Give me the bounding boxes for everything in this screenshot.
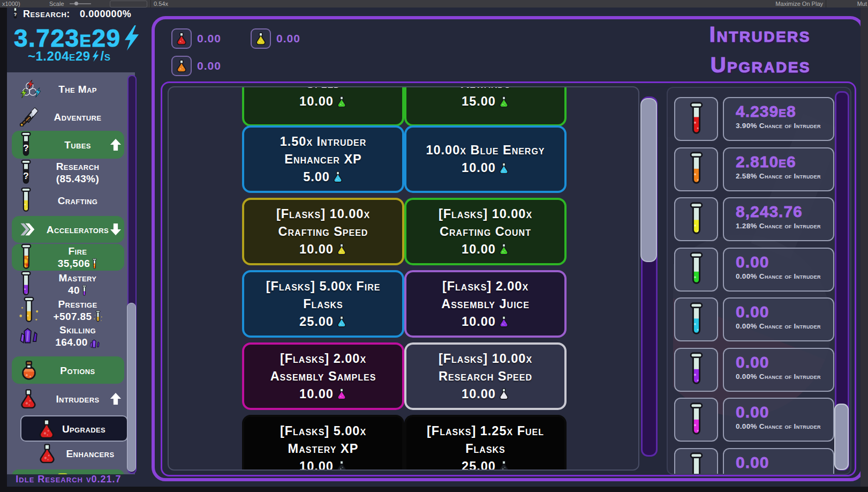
upgrade-card-11[interactable]: [Flasks] 1.25x FuelFlasks 25.00 (404, 415, 567, 471)
flask-counter-1-value: 0.00 (276, 32, 300, 45)
unity-toolbar: x1000) Scale 0.54x Maximize On Play Mut (0, 0, 868, 8)
the-map-label: The Map (33, 83, 122, 95)
intruder-tube-5-icon (688, 352, 705, 386)
sidebar-item-tubes[interactable]: ? Tubes (12, 131, 124, 159)
upgrade-card-6[interactable]: [Flasks] 5.00x FireFlasks 25.00 (242, 270, 404, 338)
scale-knob[interactable] (74, 2, 78, 5)
card-4-cost-flask-icon (336, 243, 347, 255)
intruder-tube-2-icon (688, 202, 705, 236)
intruder-tube-0[interactable] (674, 97, 718, 141)
sidebar-item-mastery[interactable]: Mastery40 (12, 271, 124, 297)
intruder-0-value: 4.239e8 (736, 102, 833, 120)
rate-bolt-icon (92, 50, 100, 62)
card-0-cost: 10.00 (299, 93, 347, 110)
fire-value-icon (92, 258, 97, 270)
flask-counter-0-icon-box[interactable] (171, 28, 192, 49)
sidebar-item-potions[interactable]: Potions (12, 356, 124, 384)
toolbar-maximize-on-play[interactable]: Maximize On Play (775, 0, 823, 8)
sidebar-item-research[interactable]: ? Research(85.43%) (12, 159, 124, 187)
research-value: 0.000000% (80, 9, 131, 20)
intruder-tube-2[interactable] (674, 197, 718, 241)
intruder-tube-5[interactable] (674, 348, 718, 392)
card-8-cost: 10.00 (299, 385, 347, 403)
toolbar-mute[interactable]: Mut (857, 0, 867, 8)
upgrade-card-2[interactable]: 1.50x IntruderEnhancer XP 5.00 (242, 125, 404, 193)
fire-value: 35,506 (33, 257, 122, 270)
upgrade-card-9[interactable]: [Flasks] 10.00xResearch Speed 10.00 (404, 342, 567, 410)
intruder-info-2[interactable]: 8,243.76 1.28% Chance of Intruder (723, 197, 834, 241)
upgrade-card-4[interactable]: [Flasks] 10.00xCrafting Speed 10.00 (242, 198, 404, 265)
scale-slider[interactable] (70, 3, 91, 4)
card-4-title-line: [Flasks] 10.00x (276, 205, 370, 223)
intruder-0-chance: 3.90% Chance of Intruder (736, 122, 833, 130)
intruder-tube-3[interactable] (674, 248, 718, 292)
card-10-cost-flask-icon (336, 460, 347, 471)
upgrade-card-3[interactable]: 10.00x Blue Energy 10.00 (404, 125, 567, 193)
flask-counter-1-icon-box[interactable] (251, 28, 271, 49)
toolbar-resolution: x1000) (2, 0, 20, 8)
fire-icon (19, 244, 33, 271)
intruder-5-chance: 0.00% Chance of Intruder (736, 372, 833, 381)
research-progress: ? Research: 0.000000% (12, 6, 131, 22)
intruder-tube-3-icon (688, 252, 705, 286)
intruder-info-7[interactable]: 0.00 0.00% Chance of Intruder (723, 448, 834, 475)
card-8-title-line: Assembly Samples (270, 368, 376, 385)
editor-edge-bottom (0, 487, 868, 492)
intruder-tube-6[interactable] (674, 398, 718, 442)
sidebar-item-the-map[interactable]: The Map (12, 75, 124, 103)
card-6-title-line: [Flasks] 5.00x Fire (266, 278, 381, 295)
sidebar-item-fire[interactable]: Fire35,506 (12, 244, 124, 271)
card-10-title-line: [Flasks] 5.00x (280, 422, 366, 440)
upgrade-card-7[interactable]: [Flasks] 2.00xAssembly Juice 10.00 (404, 270, 567, 338)
card-8-cost-flask-icon (336, 388, 347, 400)
mastery-label: Mastery (33, 272, 122, 284)
tubes-scrollbar-handle[interactable] (834, 404, 849, 470)
research-value: (85.43%) (33, 173, 122, 185)
upgrade-card-8[interactable]: [Flasks] 2.00xAssembly Samples 10.00 (242, 342, 404, 410)
intruder-tube-7-icon (688, 452, 705, 475)
sidebar-item-prestige[interactable]: Prestige+507.85 (12, 297, 124, 323)
intruder-info-4[interactable]: 0.00 0.00% Chance of Intruder (723, 297, 834, 341)
intruder-info-3[interactable]: 0.00 0.00% Chance of Intruder (723, 248, 834, 292)
sidebar-item-accelerators[interactable]: Accelerators (12, 216, 124, 243)
upgrade-card-10[interactable]: [Flasks] 5.00xMastery XP 10.00 (242, 415, 404, 471)
game-view: ? Research: 0.000000% 3.723e29 ~1.204e29… (0, 0, 868, 492)
card-9-cost: 10.00 (462, 385, 509, 403)
aspect-dropdown[interactable] (110, 1, 147, 8)
intruder-tube-0-icon (688, 102, 705, 136)
version-label: Idle Research v0.21.7 (3, 474, 134, 487)
mastery-icon (19, 271, 33, 297)
sidebar-item-adventure[interactable]: Adventure (12, 103, 124, 131)
intruder-tube-4[interactable] (674, 297, 718, 341)
intruder-7-chance: 0.00% Chance of Intruder (736, 473, 833, 475)
sidebar-item-crafting[interactable]: Crafting (12, 187, 124, 214)
sidebar-item-enhancers[interactable]: Enhancers (12, 441, 124, 466)
upgrade-card-1[interactable]: Rewards 15.00 (404, 86, 567, 126)
adventure-label: Adventure (33, 111, 122, 123)
upgrade-cards-list: Speed 10.00 Rewards 15.00 1.50x Intruder… (168, 86, 639, 471)
card-5-title-line: Crafting Count (440, 223, 531, 241)
intruder-info-6[interactable]: 0.00 0.00% Chance of Intruder (723, 398, 834, 442)
card-5-cost-flask-icon (499, 243, 509, 255)
cards-scrollbar-handle[interactable] (640, 98, 657, 262)
upgrade-card-5[interactable]: [Flasks] 10.00xCrafting Count 10.00 (404, 198, 567, 265)
energy-rate-value: ~1.204e29 (28, 49, 90, 64)
enhancers-icon (38, 443, 56, 463)
flask-counter-1: 0.00 (251, 28, 300, 49)
sidebar-item-intruders[interactable]: Intruders (12, 384, 124, 413)
intruder-tube-7[interactable] (674, 448, 718, 475)
sidebar-scrollbar-handle[interactable] (127, 303, 136, 472)
card-1-cost-flask-icon (499, 96, 509, 108)
skilling-label: Skilling (33, 324, 122, 336)
sidebar-item-skilling[interactable]: Skilling164.00 (12, 323, 124, 349)
intruder-tube-1[interactable] (674, 147, 718, 191)
upgrade-card-0[interactable]: Speed 10.00 (242, 86, 404, 126)
intruder-info-1[interactable]: 2.810e6 2.58% Chance of Intruder (723, 147, 834, 191)
card-7-cost-flask-icon (499, 316, 509, 327)
flask-counter-2-icon-box[interactable] (171, 56, 192, 76)
sidebar-item-upgrades[interactable]: Upgrades (20, 415, 128, 442)
intruder-info-5[interactable]: 0.00 0.00% Chance of Intruder (723, 348, 834, 392)
intruder-info-0[interactable]: 4.239e8 3.90% Chance of Intruder (723, 97, 834, 141)
enhancers-label: Enhancers (57, 448, 123, 460)
card-11-title-line: Flasks (465, 440, 505, 458)
